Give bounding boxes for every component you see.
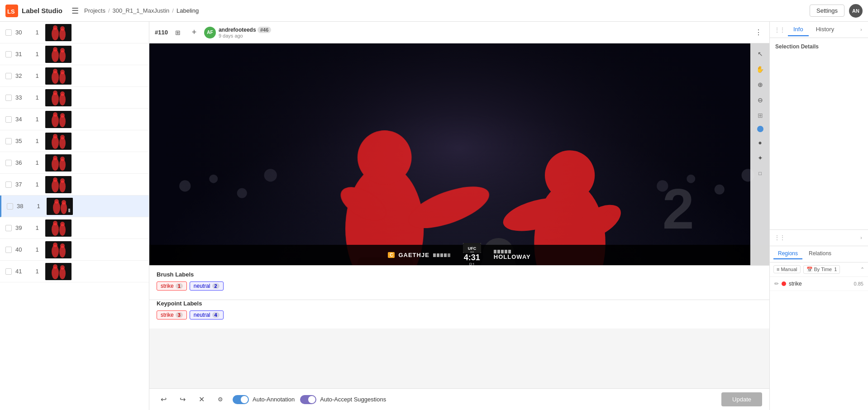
task-checkbox[interactable]: [5, 29, 12, 36]
add-annotation-button[interactable]: +: [188, 26, 200, 39]
panel-expand-button[interactable]: ›: [858, 27, 864, 33]
opacity-slider[interactable]: [757, 126, 763, 132]
task-row[interactable]: 351: [0, 130, 149, 152]
region-item[interactable]: ✏ strike 0.85: [770, 277, 868, 291]
right-fighter-name: HOLLOWAY: [494, 253, 531, 260]
task-checkbox[interactable]: [7, 203, 13, 210]
svg-point-16: [60, 70, 65, 74]
bottom-toolbar: ↩ ↪ ✕ ⚙ Auto-Annotation Auto-Accept Sugg…: [149, 388, 769, 410]
zoom-in-tool[interactable]: ⊕: [754, 78, 767, 91]
task-checkbox[interactable]: [5, 95, 12, 101]
auto-accept-toggle[interactable]: [300, 395, 316, 404]
svg-text:UFC: UFC: [468, 246, 477, 251]
canvas-area: blockasset. JOIN ■ blockasset. ■ blockas…: [149, 43, 769, 388]
brush-label-tag[interactable]: strike1: [157, 281, 187, 291]
task-row[interactable]: 341: [0, 109, 149, 130]
task-row[interactable]: 381: [0, 195, 149, 217]
brush-label-tags: strike1neutral2: [157, 281, 762, 291]
magic-tool[interactable]: □: [754, 167, 767, 180]
task-checkbox[interactable]: [5, 116, 12, 123]
svg-point-31: [60, 135, 65, 139]
task-annotation-count: 1: [34, 203, 43, 210]
task-checkbox[interactable]: [5, 73, 12, 79]
brush-tool[interactable]: ●: [754, 136, 767, 149]
grid-view-button[interactable]: ⊞: [172, 26, 184, 39]
zoom-out-tool[interactable]: ⊖: [754, 93, 767, 107]
keypoint-label-tag[interactable]: strike3: [157, 310, 187, 319]
task-checkbox[interactable]: [5, 160, 12, 166]
main-layout: 301311321331341351361371381391401411 #11…: [0, 22, 868, 410]
score-right: HOLLOWAY: [488, 250, 536, 260]
eraser-tool[interactable]: ✦: [754, 151, 767, 165]
panel-drag-handle: ⋮⋮: [773, 26, 786, 34]
redo-button[interactable]: ↪: [176, 393, 189, 406]
annotation-image[interactable]: blockasset. JOIN ■ blockasset. ■ blockas…: [149, 43, 769, 265]
breadcrumb-project[interactable]: 300_R1_1_MaxJustin: [113, 7, 170, 14]
tab-regions[interactable]: Regions: [773, 248, 802, 259]
hand-tool[interactable]: ✋: [754, 62, 767, 76]
regions-expand-button[interactable]: ›: [858, 234, 864, 241]
task-list: 301311321331341351361371381391401411: [0, 22, 149, 410]
task-row[interactable]: 361: [0, 152, 149, 174]
settings-button[interactable]: Settings: [810, 5, 844, 17]
task-checkbox[interactable]: [5, 51, 12, 57]
fighters-overlay: 2 UFC: [149, 43, 769, 265]
svg-point-88: [545, 150, 595, 200]
region-label: strike: [789, 281, 851, 287]
task-row[interactable]: 301: [0, 22, 149, 43]
task-checkbox[interactable]: [5, 225, 12, 231]
regions-panel-header: ⋮⋮ ›: [770, 230, 868, 246]
user-initials: AF: [204, 27, 216, 38]
right-panel: ⋮⋮ Info History › Selection Details ⋮⋮ ›…: [769, 22, 868, 410]
task-annotation-count: 1: [33, 94, 42, 101]
task-checkbox[interactable]: [5, 138, 12, 144]
task-checkbox[interactable]: [5, 181, 12, 188]
user-avatar: AN: [849, 4, 863, 18]
by-time-filter-button[interactable]: 📅 By Time 1: [803, 265, 840, 274]
breadcrumb-current: Labeling: [176, 7, 199, 14]
app-title: Label Studio: [22, 7, 62, 14]
brush-label-tag[interactable]: neutral2: [190, 281, 224, 291]
task-checkbox[interactable]: [5, 268, 12, 275]
task-row[interactable]: 311: [0, 43, 149, 65]
keypoint-labels-title: Keypoint Labels: [157, 300, 762, 307]
svg-rect-47: [68, 209, 70, 212]
score-center: UFC 300 4:31 R1: [456, 243, 488, 266]
filter-icon: ≡: [777, 267, 779, 272]
svg-point-4: [53, 25, 57, 30]
auto-annotation-toggle[interactable]: [233, 395, 249, 404]
undo-button[interactable]: ↩: [157, 393, 170, 406]
task-row[interactable]: 391: [0, 217, 149, 239]
task-row[interactable]: 331: [0, 87, 149, 109]
cursor-tool[interactable]: ↖: [754, 47, 767, 61]
slider-knob[interactable]: [757, 126, 763, 132]
breadcrumb: Projects / 300_R1_1_MaxJustin / Labeling: [84, 7, 199, 14]
settings-icon-button[interactable]: ⚙: [214, 393, 227, 406]
collapse-all-button[interactable]: ⌃: [860, 267, 864, 272]
svg-point-9: [53, 47, 57, 52]
task-row[interactable]: 401: [0, 239, 149, 261]
task-number: 32: [15, 72, 29, 79]
more-options-button[interactable]: ⋮: [753, 26, 764, 38]
task-row[interactable]: 371: [0, 174, 149, 195]
tab-history[interactable]: History: [811, 23, 839, 36]
task-checkbox[interactable]: [5, 247, 12, 253]
tab-info[interactable]: Info: [788, 23, 809, 36]
task-row[interactable]: 321: [0, 65, 149, 87]
keypoint-label-tag[interactable]: neutral4: [190, 310, 224, 319]
regions-tabs: Regions Relations: [770, 246, 868, 262]
annotation-time: 9 days ago: [219, 33, 271, 38]
manual-filter-button[interactable]: ≡ Manual: [773, 265, 801, 273]
tag-count: 1: [176, 283, 183, 289]
tag-count: 4: [212, 312, 219, 318]
manual-label: Manual: [781, 267, 797, 272]
task-thumbnail: [45, 67, 72, 85]
tab-relations[interactable]: Relations: [804, 248, 836, 259]
region-edit-icon[interactable]: ✏: [774, 281, 779, 287]
grid-tool[interactable]: ⊞: [754, 109, 767, 122]
hamburger-menu[interactable]: ☰: [70, 4, 81, 18]
close-button[interactable]: ✕: [195, 393, 208, 406]
update-button[interactable]: Update: [721, 392, 762, 406]
task-row[interactable]: 411: [0, 261, 149, 282]
breadcrumb-projects[interactable]: Projects: [84, 7, 105, 14]
